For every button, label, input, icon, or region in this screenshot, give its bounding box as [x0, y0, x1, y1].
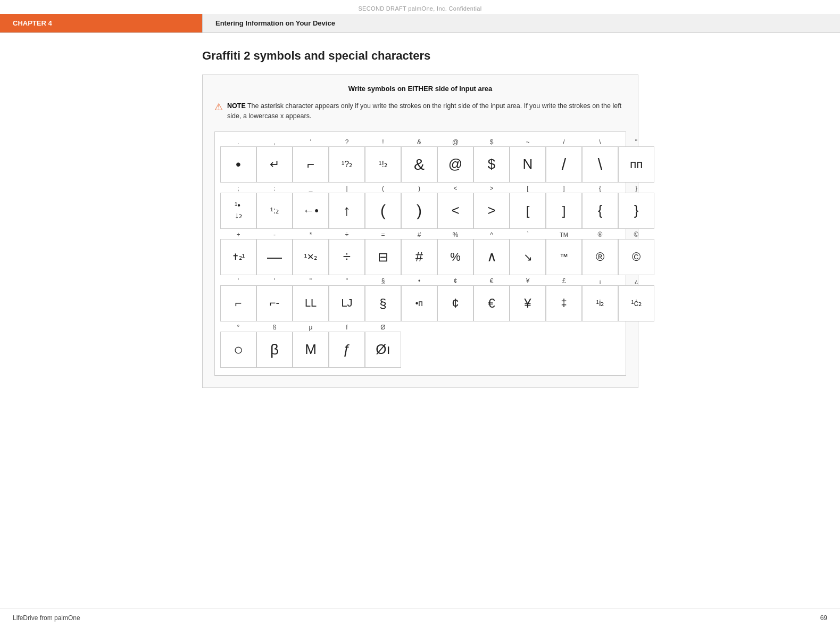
row1-cells: • ↵ ⌐ ¹?₂ ¹!₂ & @ $ N / \ ᴨᴨ — [220, 146, 620, 183]
note-text: NOTE The asterisk character appears only… — [227, 101, 626, 122]
char-cell: ¹:₂ — [256, 193, 293, 229]
char-cell: ] — [546, 193, 582, 229]
label: ÷ — [329, 231, 365, 238]
symbols-box: Write symbols on EITHER side of input ar… — [202, 75, 638, 388]
label: ' — [220, 277, 256, 285]
label: ß — [256, 324, 293, 331]
label: ^ — [473, 231, 510, 238]
chapter-label: CHAPTER 4 — [0, 14, 202, 32]
row2-labels: ; : _ | ( ) < > [ ] { } — [220, 185, 620, 192]
char-cell: ‡ — [546, 285, 582, 321]
label: ] — [546, 185, 582, 192]
char-cell: ¹i₂ — [582, 285, 618, 321]
char-cell: ○ — [220, 332, 256, 368]
char-cell: ¥ — [510, 285, 546, 321]
label: < — [437, 185, 473, 192]
char-cell: © — [618, 239, 654, 275]
char-cell: • — [220, 146, 256, 183]
label: } — [618, 185, 654, 192]
label: & — [401, 138, 437, 146]
row3-labels: + - * ÷ = # % ^ ` TM ® © — [220, 231, 620, 238]
label: ' — [256, 277, 293, 285]
char-cell: ¹ċ₂ — [618, 285, 654, 321]
char-cell: ( — [365, 193, 401, 229]
char-cell: { — [582, 193, 618, 229]
char-cell: ¹!₂ — [365, 146, 401, 183]
label: " — [293, 277, 329, 285]
char-cell: ⌐- — [256, 285, 293, 321]
watermark: SECOND DRAFT palmOne, Inc. Confidential — [0, 0, 840, 14]
char-cell: } — [618, 193, 654, 229]
label: € — [473, 277, 510, 285]
label: Ø — [365, 324, 401, 331]
char-cell: ) — [401, 193, 437, 229]
page-footer: LifeDrive from palmOne 69 — [0, 608, 840, 627]
char-cell: @ — [437, 146, 473, 183]
char-cell: N — [510, 146, 546, 183]
char-cell: LJ — [329, 285, 365, 321]
char-cell: ƒ — [329, 332, 365, 368]
char-cell: & — [401, 146, 437, 183]
label: ® — [582, 231, 618, 238]
char-cell: < — [437, 193, 473, 229]
note-body: The asterisk character appears only if y… — [227, 102, 621, 120]
main-content: Graffiti 2 symbols and special character… — [0, 33, 840, 409]
footer-left: LifeDrive from palmOne — [13, 614, 80, 622]
char-cell: [ — [510, 193, 546, 229]
label: § — [365, 277, 401, 285]
char-cell: ✝₂¹ — [220, 239, 256, 275]
char-cell: ᴨᴨ — [618, 146, 654, 183]
label: : — [256, 185, 293, 192]
char-cell: LL — [293, 285, 329, 321]
label: £ — [546, 277, 582, 285]
label: ¥ — [510, 277, 546, 285]
footer-right: 69 — [820, 614, 827, 622]
note-box: ⚠ NOTE The asterisk character appears on… — [214, 101, 626, 122]
char-table: . , ' ? ! & @ $ ~ / \ " • ↵ ⌐ ¹?₂ ¹!₂ & — [214, 131, 626, 376]
label: μ — [293, 324, 329, 331]
char-cell: ↵ — [256, 146, 293, 183]
section-title: Graffiti 2 symbols and special character… — [202, 49, 808, 63]
char-cell: ←• — [293, 193, 329, 229]
char-cell: ¹?₂ — [329, 146, 365, 183]
label: ° — [220, 324, 256, 331]
char-cell: \ — [582, 146, 618, 183]
char-cell: § — [365, 285, 401, 321]
char-cell: € — [473, 285, 510, 321]
label: . — [220, 138, 256, 146]
box-header: Write symbols on EITHER side of input ar… — [214, 85, 626, 93]
label: | — [329, 185, 365, 192]
label: ) — [401, 185, 437, 192]
char-cell: ⌐ — [293, 146, 329, 183]
row1-labels: . , ' ? ! & @ $ ~ / \ " — [220, 138, 620, 146]
note-label: NOTE — [227, 102, 246, 110]
char-cell: ® — [582, 239, 618, 275]
chapter-title: Entering Information on Your Device — [202, 14, 840, 32]
char-cell: ÷ — [329, 239, 365, 275]
char-cell: % — [437, 239, 473, 275]
label: • — [401, 277, 437, 285]
label: TM — [546, 232, 582, 238]
label: f — [329, 324, 365, 331]
label: _ — [293, 185, 329, 192]
label: > — [473, 185, 510, 192]
label: " — [329, 277, 365, 285]
row5-cells: ○ β M ƒ Øı — [220, 332, 620, 368]
row4-cells: ⌐ ⌐- LL LJ § •ᴨ ¢ € ¥ ‡ ¹i₂ ¹ċ₂ — [220, 285, 620, 321]
char-cell: Øı — [365, 332, 401, 368]
label: [ — [510, 185, 546, 192]
char-cell: # — [401, 239, 437, 275]
label: ~ — [510, 138, 546, 146]
label: ( — [365, 185, 401, 192]
label: ¢ — [437, 277, 473, 285]
label: - — [256, 231, 293, 238]
char-cell: ⊟ — [365, 239, 401, 275]
label: # — [401, 231, 437, 238]
char-cell: $ — [473, 146, 510, 183]
label: ¿ — [618, 278, 654, 284]
label: % — [437, 231, 473, 238]
char-cell: ¢ — [437, 285, 473, 321]
label: * — [293, 231, 329, 238]
char-cell: •ᴨ — [401, 285, 437, 321]
label: , — [256, 138, 293, 146]
